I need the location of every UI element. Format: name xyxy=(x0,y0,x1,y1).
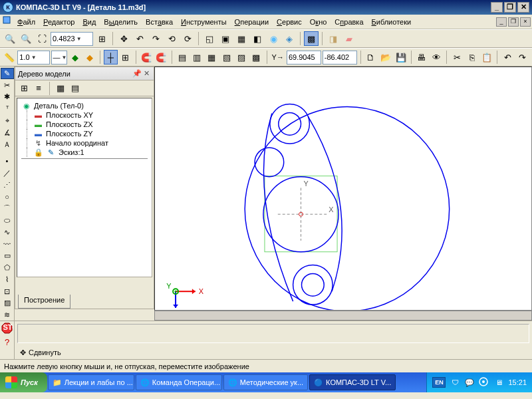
start-button[interactable]: Пуск xyxy=(0,372,47,392)
menu-insert[interactable]: Вставка xyxy=(142,17,177,27)
left-line-icon[interactable]: ／ xyxy=(1,168,14,179)
menu-file[interactable]: Файл xyxy=(13,17,39,27)
help-icon[interactable]: ? xyxy=(1,336,13,348)
snap-mid-icon[interactable]: 🧲 xyxy=(154,50,168,65)
left-equid-icon[interactable]: ≋ xyxy=(1,309,14,321)
open-icon[interactable]: 📂 xyxy=(379,50,392,65)
pan-tab[interactable]: ✥ Сдвинуть xyxy=(15,346,532,359)
scale-combo[interactable]: 1.0▼ xyxy=(17,51,49,65)
zoom-prev-icon[interactable]: ↶ xyxy=(132,31,147,46)
menu-libraries[interactable]: Библиотеки xyxy=(368,17,416,27)
left-poly-icon[interactable]: ⬠ xyxy=(1,262,14,273)
zoom-next-icon[interactable]: ↷ xyxy=(148,31,163,46)
left-aux-icon[interactable]: ⋰ xyxy=(1,180,14,191)
tray-chat-icon[interactable]: 💬 xyxy=(464,377,475,388)
menu-service[interactable]: Сервис xyxy=(273,17,306,27)
new-icon[interactable]: 🗋 xyxy=(364,50,378,65)
sketch-canvas[interactable]: X Y X Z Y xyxy=(155,67,531,310)
horizontal-scrollbar[interactable] xyxy=(154,311,532,321)
menu-window[interactable]: Окно xyxy=(306,17,331,27)
cut-icon[interactable]: ✂ xyxy=(450,50,464,65)
preview-icon[interactable]: 👁 xyxy=(430,50,443,65)
model-tree[interactable]: ◉ Деталь (Тел-0) ▬ Плоскость XY ▬ Плоско… xyxy=(17,98,152,277)
minimize-button[interactable]: _ xyxy=(491,2,503,13)
menu-operations[interactable]: Операции xyxy=(231,17,273,27)
pan-icon[interactable]: ✥ xyxy=(116,31,131,46)
copy-icon[interactable]: ⎘ xyxy=(466,50,479,65)
panel-close-icon[interactable]: ✕ xyxy=(142,69,151,78)
layer2-icon[interactable]: ▥ xyxy=(190,50,203,65)
layer3-icon[interactable]: ▦ xyxy=(205,50,218,65)
zoom-out-icon[interactable]: 🔍 xyxy=(19,31,33,46)
layer6-icon[interactable]: ▩ xyxy=(249,50,263,65)
panel-header[interactable]: Дерево модели 📌 ✕ xyxy=(15,67,154,80)
zoom-window-icon[interactable]: ⛶ xyxy=(35,31,49,46)
command-params-area[interactable] xyxy=(17,324,529,343)
wire-icon[interactable]: ▦ xyxy=(234,31,249,46)
left-nurbs-icon[interactable]: ∿ xyxy=(1,227,14,238)
tree-origin[interactable]: ↯ Начало координат xyxy=(21,138,148,148)
layer5-icon[interactable]: ▨ xyxy=(235,50,248,65)
tray-clock[interactable]: 15:21 xyxy=(508,378,527,386)
section-icon[interactable]: ▰ xyxy=(342,31,356,46)
language-indicator[interactable]: EN xyxy=(432,377,446,388)
tree-tool-3-icon[interactable]: ▦ xyxy=(55,82,66,94)
tree-plane-zy[interactable]: ▬ Плоскость ZY xyxy=(21,129,148,138)
style-combo[interactable]: —▼ xyxy=(51,51,67,65)
tree-plane-zx[interactable]: ▬ Плоскость ZX xyxy=(21,120,148,129)
shade-icon[interactable]: ◉ xyxy=(266,31,281,46)
menu-editor[interactable]: Редактор xyxy=(39,17,78,27)
left-circle-icon[interactable]: ○ xyxy=(1,192,14,203)
zoom-fit-icon[interactable]: ⊞ xyxy=(94,31,109,46)
restore-button[interactable]: ❐ xyxy=(504,2,516,13)
zoom-in-icon[interactable]: 🔍 xyxy=(3,31,17,46)
task-button-4[interactable]: 🔵КОМПАС-3D LT V... xyxy=(309,374,396,390)
menu-help[interactable]: Справка xyxy=(331,17,367,27)
print-icon[interactable]: 🖶 xyxy=(415,50,428,65)
save-icon[interactable]: 💾 xyxy=(394,50,407,65)
tray-volume-icon[interactable] xyxy=(479,377,489,388)
iso-view-icon[interactable]: ◱ xyxy=(202,31,217,46)
left-rect-icon[interactable]: ▭ xyxy=(1,251,14,262)
coord-x-field[interactable]: 69.9045 xyxy=(287,51,321,65)
tray-shield-icon[interactable]: 🛡 xyxy=(450,377,460,388)
left-spline-icon[interactable]: 〰 xyxy=(1,239,14,250)
left-contour-icon[interactable]: ⊡ xyxy=(1,286,14,297)
viewport[interactable]: X Y X Z Y xyxy=(154,66,532,311)
redraw-icon[interactable]: ⟳ xyxy=(180,31,195,46)
left-param-icon[interactable]: Ａ xyxy=(1,139,14,150)
mdi-minimize-button[interactable]: _ xyxy=(496,17,507,27)
task-button-3[interactable]: 🌐Методические ук... xyxy=(223,374,308,390)
paste-icon[interactable]: 📋 xyxy=(480,50,493,65)
panel-pin-icon[interactable]: 📌 xyxy=(132,69,142,78)
left-hatch-icon[interactable]: ▨ xyxy=(1,298,14,309)
menu-tools[interactable]: Инструменты xyxy=(177,17,231,27)
color-a-icon[interactable]: ◆ xyxy=(68,50,82,65)
shade-edge-icon[interactable]: ◈ xyxy=(282,31,297,46)
hidden-icon[interactable]: ◧ xyxy=(250,31,265,46)
undo-icon[interactable]: ↶ xyxy=(501,50,514,65)
left-ellipse-icon[interactable]: ⬭ xyxy=(1,215,14,226)
left-notation-icon[interactable]: ⌖ xyxy=(1,115,14,126)
tree-tool-4-icon[interactable]: ▤ xyxy=(69,82,81,94)
left-edit-icon[interactable]: ✂ xyxy=(1,80,14,91)
ruler-icon[interactable]: 📏 xyxy=(3,50,16,65)
tree-tool-1-icon[interactable]: ⊞ xyxy=(18,82,30,94)
zoom-combo[interactable]: 0.4823▼ xyxy=(51,32,93,46)
rotate-icon[interactable]: ⟲ xyxy=(164,31,179,46)
tab-build[interactable]: Построение xyxy=(18,295,70,309)
left-bez-icon[interactable]: ⌇ xyxy=(1,274,14,285)
color-b-icon[interactable]: ◆ xyxy=(83,50,96,65)
task-button-2[interactable]: 🌐Команда Операци... xyxy=(136,374,222,390)
app-menu-icon[interactable] xyxy=(1,15,13,29)
left-dim-icon[interactable]: ✱ xyxy=(1,92,14,103)
left-geometry-icon[interactable]: ✎ xyxy=(1,68,14,79)
left-text-icon[interactable]: ᵀ xyxy=(1,103,14,114)
close-button[interactable]: ✕ xyxy=(517,2,529,13)
left-meas-icon[interactable]: ∡ xyxy=(1,127,14,138)
tree-plane-xy[interactable]: ▬ Плоскость XY xyxy=(21,110,148,120)
layer-icon[interactable]: ▤ xyxy=(176,50,189,65)
simplify-icon[interactable]: ◨ xyxy=(326,31,340,46)
redo-icon[interactable]: ↷ xyxy=(516,50,529,65)
tray-display-icon[interactable]: 🖥 xyxy=(493,377,504,388)
